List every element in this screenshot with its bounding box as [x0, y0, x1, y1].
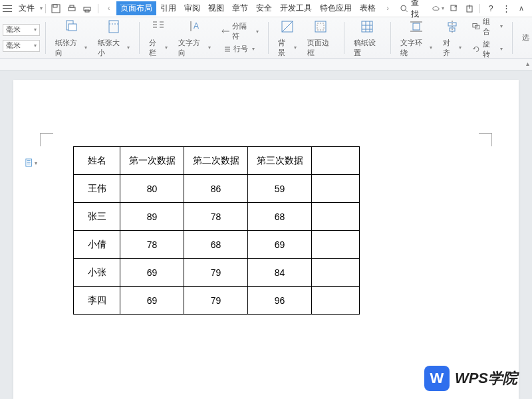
tab-review[interactable]: 审阅 — [180, 1, 204, 15]
more-icon[interactable]: ⋮ — [501, 3, 512, 15]
rotate-icon — [472, 45, 481, 53]
svg-line-30 — [282, 21, 293, 32]
separator — [98, 4, 98, 13]
separator-icon — [221, 27, 230, 35]
tab-special-apps[interactable]: 特色应用 — [316, 1, 356, 15]
table-row[interactable]: 张三897868 — [74, 203, 360, 231]
horizontal-ruler[interactable] — [0, 59, 532, 70]
tab-security[interactable]: 安全 — [252, 1, 276, 15]
svg-rect-2 — [68, 7, 75, 11]
columns-icon — [150, 18, 167, 35]
hamburger-icon[interactable] — [3, 5, 12, 12]
table-cell[interactable]: 79 — [184, 287, 248, 315]
svg-rect-38 — [413, 23, 420, 30]
table-row[interactable]: 李四697996 — [74, 287, 360, 315]
share-icon[interactable] — [448, 3, 460, 15]
gaozhishe-button[interactable]: 稿纸设置 — [348, 17, 386, 58]
table-cell[interactable]: 68 — [248, 203, 312, 231]
collapse-ribbon-icon[interactable]: ∧ — [516, 3, 527, 15]
group-button[interactable]: 组合▾ — [472, 17, 503, 37]
table-cell[interactable]: 69 — [120, 287, 184, 315]
tab-view[interactable]: 视图 — [204, 1, 228, 15]
columns-button[interactable]: 分栏▾ — [144, 17, 173, 58]
svg-text:A: A — [194, 21, 199, 31]
table-cell[interactable]: 79 — [184, 259, 248, 287]
page-border-button[interactable]: 页面边框 — [302, 17, 340, 58]
search-icon — [400, 4, 408, 13]
chevron-down-icon: ▾ — [40, 5, 43, 11]
group-icon — [472, 23, 481, 31]
table-cell[interactable]: 78 — [120, 231, 184, 259]
svg-line-7 — [406, 9, 408, 11]
align-icon — [444, 18, 461, 35]
data-table[interactable]: 姓名 第一次数据 第二次数据 第三次数据 王伟808659张三897868小倩7… — [73, 146, 360, 315]
table-header[interactable]: 第一次数据 — [120, 147, 184, 175]
align-button[interactable]: 对齐▾ — [438, 17, 467, 58]
page-orientation-icon — [63, 18, 80, 35]
table-cell[interactable]: 小倩 — [74, 231, 120, 259]
table-cell[interactable]: 李四 — [74, 287, 120, 315]
table-cell[interactable]: 王伟 — [74, 175, 120, 203]
grid-paper-icon — [358, 18, 376, 35]
table-row[interactable]: 小倩786869 — [74, 231, 360, 259]
page-border-icon — [312, 18, 329, 35]
save-icon[interactable] — [51, 3, 62, 15]
svg-rect-32 — [317, 23, 324, 30]
table-cell[interactable]: 89 — [120, 203, 184, 231]
export-icon[interactable] — [464, 3, 475, 15]
line-number-button[interactable]: 行号▾ — [221, 44, 259, 54]
table-row[interactable]: 王伟808659 — [74, 175, 360, 203]
scroll-up-icon[interactable]: ▴ — [523, 60, 532, 69]
overflow-right-icon[interactable]: › — [382, 3, 393, 15]
table-cell[interactable]: 86 — [184, 175, 248, 203]
table-header[interactable]: 姓名 — [74, 147, 120, 175]
tab-references[interactable]: 引用 — [156, 1, 180, 15]
table-cell[interactable] — [312, 287, 360, 315]
tab-chapter[interactable]: 章节 — [228, 1, 252, 15]
text-wrap-button[interactable]: 文字环绕▾ — [395, 17, 438, 58]
overflow-left-icon[interactable]: ‹ — [103, 3, 114, 15]
paragraph-options-icon[interactable]: ▾ — [25, 157, 37, 169]
svg-rect-13 — [109, 21, 118, 33]
print-preview-icon[interactable] — [66, 3, 77, 15]
rotate-button[interactable]: 旋转▾ — [472, 39, 503, 59]
tab-devtools[interactable]: 开发工具 — [276, 1, 316, 15]
table-header[interactable]: 第二次数据 — [184, 147, 248, 175]
table-cell[interactable] — [312, 175, 360, 203]
print-icon[interactable] — [82, 3, 93, 15]
menubar: 文件 ▾ ‹ 页面布局 引用 审阅 视图 章节 安全 开发工具 特色应用 表格 … — [0, 0, 532, 17]
table-header[interactable]: 第三次数据 — [248, 147, 312, 175]
wps-logo-icon: W — [424, 366, 450, 391]
background-button[interactable]: 背景▾ — [273, 17, 302, 58]
tab-table[interactable]: 表格 — [356, 1, 380, 15]
text-direction-button[interactable]: A 文字方向▾ — [173, 17, 215, 58]
file-menu[interactable]: 文件 — [15, 1, 39, 15]
table-cell[interactable]: 69 — [248, 231, 312, 259]
table-header[interactable] — [312, 147, 360, 175]
table-cell[interactable]: 小张 — [74, 259, 120, 287]
table-cell[interactable] — [312, 259, 360, 287]
table-header-row[interactable]: 姓名 第一次数据 第二次数据 第三次数据 — [74, 147, 360, 175]
unit-top[interactable]: 毫米▾ — [3, 24, 40, 36]
table-cell[interactable]: 80 — [120, 175, 184, 203]
separator-button[interactable]: 分隔符▾ — [221, 21, 259, 41]
tab-page-layout[interactable]: 页面布局 — [116, 1, 156, 15]
cloud-icon[interactable]: ▾ — [432, 3, 444, 15]
help-icon[interactable]: ? — [485, 3, 496, 15]
table-cell[interactable]: 69 — [120, 259, 184, 287]
select-pane-button[interactable]: 选 — [517, 17, 531, 58]
page-size-button[interactable]: 纸张大小▾ — [92, 17, 135, 58]
wps-watermark: W WPS学院 — [424, 366, 517, 391]
table-cell[interactable] — [312, 203, 360, 231]
table-cell[interactable]: 59 — [248, 175, 312, 203]
text-direction-icon: A — [186, 18, 203, 35]
table-cell[interactable]: 84 — [248, 259, 312, 287]
table-cell[interactable]: 张三 — [74, 203, 120, 231]
table-cell[interactable] — [312, 231, 360, 259]
unit-bottom[interactable]: 毫米▾ — [3, 40, 40, 52]
table-cell[interactable]: 78 — [184, 203, 248, 231]
table-row[interactable]: 小张697984 — [74, 259, 360, 287]
page-orientation-button[interactable]: 纸张方向▾ — [50, 17, 92, 58]
table-cell[interactable]: 96 — [248, 287, 312, 315]
table-cell[interactable]: 68 — [184, 231, 248, 259]
